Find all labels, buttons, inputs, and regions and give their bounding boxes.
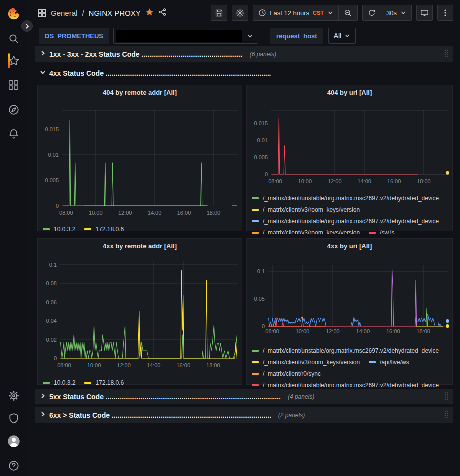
refresh-button[interactable] [363, 5, 381, 20]
variable-request-host-label[interactable]: request_host [270, 28, 323, 44]
panel-title[interactable]: 404 by remote addr [All] [38, 85, 242, 99]
x-tick-label: 12:00 [328, 178, 342, 184]
legend-swatch [252, 350, 259, 352]
legend-swatch [252, 232, 259, 234]
row-4xx[interactable]: 4xx Status Code ........................… [35, 65, 453, 81]
x-tick-label: 08:00 [265, 328, 279, 334]
zoom-out-button[interactable] [338, 5, 357, 20]
sidebar-item-dashboards[interactable] [0, 75, 27, 95]
panel-legend: 10.0.3.2172.18.0.6 [38, 224, 242, 234]
panel-404-by-remote-addr: 404 by remote addr [All] 08:0010:0012:00… [37, 85, 242, 231]
chart-area[interactable]: 08:0010:0012:0014:0016:0018:0000.0050.01… [247, 99, 452, 187]
legend-swatch [84, 228, 91, 230]
favorite-star-icon[interactable] [145, 8, 154, 18]
y-tick-label: 0 [56, 203, 59, 209]
variable-ds-prometheus-select[interactable] [113, 28, 258, 44]
row-panel-count: (2 panels) [278, 412, 305, 419]
row-drag-handle[interactable] [444, 391, 449, 402]
legend-row: 10.0.3.2172.18.0.6 [43, 225, 242, 234]
x-tick-label: 16:00 [177, 210, 191, 216]
sidebar-item-server-admin[interactable] [0, 408, 27, 428]
row-1xx-3xx-2xx[interactable]: 1xx - 3xx - 2xx Status Code ............… [35, 46, 453, 62]
variable-ds-prometheus-label[interactable]: DS_PROMETHEUS [39, 28, 109, 44]
legend-item[interactable]: /_matrix/client/r0/sync [252, 370, 321, 377]
timezone-label: CST [313, 10, 324, 16]
chart-svg: 08:0010:0012:0014:0016:0018:0000.050.1 [247, 253, 452, 339]
legend-swatch [369, 361, 376, 363]
x-tick-label: 10:00 [298, 178, 312, 184]
kebab-menu-button[interactable] [437, 5, 453, 21]
legend-row: /_matrix/client/unstable/org.matrix.msc2… [252, 215, 452, 227]
y-tick-label: 0.1 [49, 262, 57, 268]
legend-item[interactable]: /_matrix/client/v3/room_keys/version [252, 206, 360, 213]
sidebar-item-profile[interactable] [0, 431, 27, 451]
sidebar-expand-button[interactable] [21, 20, 33, 32]
chevron-down-icon [247, 33, 253, 39]
legend-item[interactable]: 10.0.3.2 [43, 379, 75, 386]
row-panel-count: (6 panels) [250, 51, 276, 58]
dashboard-settings-button[interactable] [232, 5, 248, 21]
series-line [112, 163, 113, 206]
x-tick-label: 14:00 [148, 210, 162, 216]
legend-swatch [84, 382, 91, 384]
row-drag-handle[interactable] [444, 410, 449, 421]
panel-title[interactable]: 4xx by uri [All] [247, 239, 452, 253]
sidebar [0, 0, 27, 476]
x-tick-label: 18:00 [416, 328, 430, 334]
legend-item[interactable]: /_matrix/client/v3/room_keys/version [252, 359, 360, 366]
legend-item[interactable]: /sw.js [369, 229, 394, 234]
row-title: 5xx Status Code ........................… [49, 393, 281, 401]
grafana-logo[interactable] [0, 4, 27, 24]
chevron-right-icon [25, 24, 30, 29]
legend-item[interactable]: /_matrix/client/unstable/org.matrix.msc2… [252, 195, 439, 202]
legend-item[interactable]: 172.18.0.6 [84, 226, 124, 233]
refresh-interval-picker[interactable]: 30s [381, 5, 411, 20]
series-line [438, 322, 443, 326]
panel-legend: /_matrix/client/unstable/org.matrix.msc2… [247, 187, 452, 234]
search-icon [8, 33, 19, 44]
legend-row: 10.0.3.2172.18.0.6 [43, 378, 242, 387]
legend-item[interactable]: /_matrix/client/unstable/org.matrix.msc2… [252, 218, 439, 225]
row-drag-handle[interactable] [444, 49, 449, 60]
legend-swatch [252, 209, 259, 211]
legend-item[interactable]: 172.18.0.6 [84, 379, 124, 386]
legend-item[interactable]: /_matrix/client/unstable/org.matrix.msc2… [252, 382, 439, 388]
breadcrumb-folder[interactable]: General [51, 9, 77, 17]
sidebar-item-configuration[interactable] [0, 386, 27, 406]
chart-area[interactable]: 08:0010:0012:0014:0016:0018:0000.050.1 [247, 253, 452, 341]
row-6xx[interactable]: 6xx > Status Code ......................… [35, 407, 453, 423]
legend-label: 172.18.0.6 [95, 379, 124, 386]
row-5xx[interactable]: 5xx Status Code ........................… [35, 389, 453, 404]
save-dashboard-button[interactable] [211, 5, 227, 21]
chevron-down-icon [39, 69, 46, 78]
sidebar-item-help[interactable] [0, 456, 27, 476]
panel-4xx-by-remote-addr: 4xx by remote addr [All] 08:0010:0012:00… [37, 238, 242, 385]
legend-item[interactable]: /api/live/ws [369, 359, 409, 366]
redacted-value [116, 30, 242, 42]
sidebar-item-search[interactable] [0, 29, 27, 49]
chart-area[interactable]: 08:0010:0012:0014:0016:0018:0000.0050.01… [38, 99, 242, 224]
chevron-down-icon [327, 10, 333, 16]
breadcrumb-dashboard-title[interactable]: NGINX PROXY [89, 9, 141, 17]
x-tick-label: 12:00 [117, 362, 131, 368]
legend-row: /_matrix/client/unstable/org.matrix.msc2… [252, 379, 452, 387]
sidebar-item-explore[interactable] [0, 100, 27, 120]
variable-request-host-select[interactable]: All [328, 28, 356, 44]
panel-title[interactable]: 404 by uri [All] [247, 85, 452, 99]
tv-mode-button[interactable] [416, 5, 433, 21]
legend-item[interactable]: /_matrix/client/v3/room_keys/version [252, 229, 360, 234]
apps-grid-icon[interactable] [38, 9, 46, 17]
legend-item[interactable]: 10.0.3.2 [43, 226, 75, 233]
row-title: 6xx > Status Code ......................… [49, 411, 271, 419]
share-icon[interactable] [158, 8, 167, 18]
panel-title[interactable]: 4xx by remote addr [All] [38, 239, 242, 253]
sidebar-item-alerting[interactable] [0, 124, 27, 144]
sidebar-item-starred[interactable] [0, 51, 27, 71]
header-toolbar: Last 12 hours CST [211, 5, 453, 21]
legend-row: /_matrix/client/r0/sync [252, 368, 452, 379]
chart-area[interactable]: 08:0010:0012:0014:0016:0018:0000.020.040… [38, 253, 242, 377]
legend-item[interactable]: /_matrix/client/unstable/org.matrix.msc2… [252, 347, 439, 354]
time-range-picker[interactable]: Last 12 hours CST [253, 5, 338, 20]
x-tick-label: 12:00 [326, 328, 340, 334]
series-line [104, 163, 106, 206]
